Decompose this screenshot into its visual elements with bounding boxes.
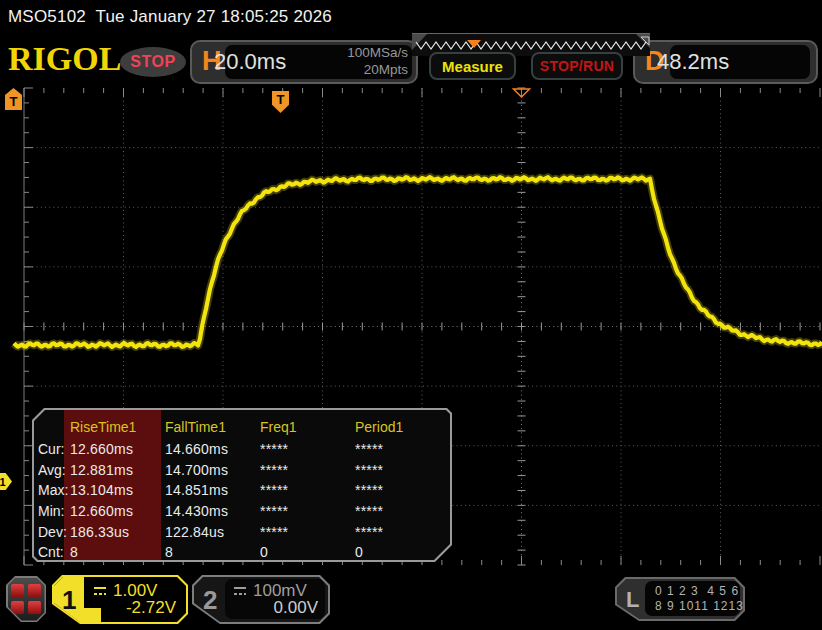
memory-depth: 20Mpts [364,62,408,77]
measure-col-freq1[interactable]: Freq1 [260,414,355,439]
row-label-dev: Dev: [38,521,70,542]
stop-run-button[interactable]: STOP/RUN [531,52,623,80]
measure-value: ***** [260,521,355,542]
menu-grid-icon[interactable] [6,576,46,622]
measure-value: 12.881ms [70,460,165,481]
measure-value: 14.700ms [165,460,260,481]
measure-value: ***** [260,439,355,460]
logic-row-0-7: 0 1 2 3 4 5 6 7 [655,584,740,599]
measure-value: ***** [355,480,448,501]
channel2-offset: 0.00V [274,598,318,618]
measure-value: 8 [70,542,165,563]
logic-label: L [626,587,639,613]
model-and-datetime: MSO5102 Tue January 27 18:05:25 2026 [8,7,332,27]
run-state-badge: STOP [120,47,186,77]
timebase-value: 20.0ms [214,49,286,75]
measure-value: 186.33us [70,521,165,542]
measure-value: 0 [355,542,448,563]
measurement-table: RiseTime1 FallTime1 Freq1 Period1 Cur: 1… [38,414,448,563]
channel1-offset: -2.72V [126,598,176,618]
horizontal-timebase-box[interactable]: H 20.0ms 100MSa/s 20Mpts [190,40,418,84]
dc-coupling-icon [92,585,108,597]
measure-value: ***** [260,501,355,522]
measure-value: 12.660ms [70,501,165,522]
channel1-number: 1 [62,585,76,616]
measure-value: 14.660ms [165,439,260,460]
row-label-cur: Cur: [38,439,70,460]
dc-coupling-icon [232,585,248,597]
row-label-max: Max: [38,480,70,501]
measure-value: 14.430ms [165,501,260,522]
delay-value: 48.2ms [657,49,729,75]
row-label-avg: Avg: [38,460,70,481]
measure-value: ***** [260,480,355,501]
measure-value: 0 [260,542,355,563]
measure-col-risetime1[interactable]: RiseTime1 [70,414,165,439]
measure-value: ***** [355,521,448,542]
measure-value: ***** [355,439,448,460]
channel1-badge[interactable]: 1 1.00V -2.72V [52,575,188,624]
measurement-panel[interactable]: RiseTime1 FallTime1 Freq1 Period1 Cur: 1… [32,408,452,562]
row-label-cnt: Cnt: [38,542,70,563]
sample-rate: 100MSa/s [347,45,408,60]
measure-value: ***** [260,460,355,481]
rigol-logo: RIGOL [8,40,121,78]
logic-channels-badge[interactable]: L 0 1 2 3 4 5 6 7 8 9 1011 12131415 [615,577,745,621]
channel2-badge[interactable]: 2 100mV 0.00V [192,575,330,624]
measure-value: 122.84us [165,521,260,542]
delay-box[interactable]: D 48.2ms [633,40,818,84]
measure-value: ***** [355,501,448,522]
oscilloscope-screen: MSO5102 Tue January 27 18:05:25 2026 RIG… [0,0,822,630]
measure-value: 12.660ms [70,439,165,460]
measure-value: ***** [355,460,448,481]
measure-col-period1[interactable]: Period1 [355,414,448,439]
measure-value: 14.851ms [165,480,260,501]
channel2-number: 2 [203,585,217,616]
measure-value: 8 [165,542,260,563]
measure-value: 13.104ms [70,480,165,501]
measure-button[interactable]: Measure [429,52,516,80]
logic-row-8-15: 8 9 1011 12131415 [655,599,740,614]
waveform-display-area[interactable]: T T 1 RiseTime1 FallTime1 Freq1 Period1 … [0,86,822,566]
measure-col-falltime1[interactable]: FallTime1 [165,414,260,439]
row-label-min: Min: [38,501,70,522]
